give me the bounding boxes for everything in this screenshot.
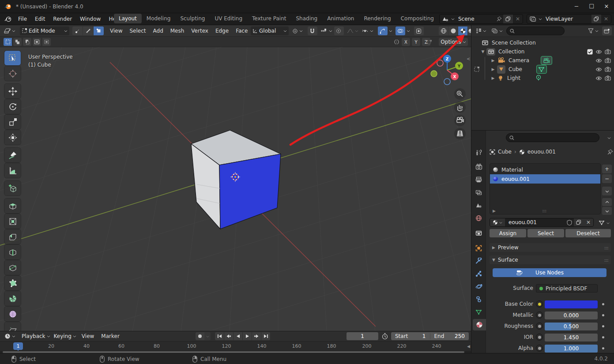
material-slot-row[interactable]: Material [490,165,600,174]
alpha-slider[interactable]: 1.000 [545,345,598,353]
tab-uv-editing[interactable]: UV Editing [210,14,247,23]
proportional-falloff-dropdown[interactable] [345,26,360,35]
snap-target-dropdown[interactable] [319,26,334,35]
animate-dot[interactable] [602,336,604,338]
previous-keyframe-button[interactable] [224,332,233,340]
tool-loop-cut[interactable] [4,245,21,259]
properties-options-button[interactable] [606,133,613,142]
timeline-ruler[interactable]: 20 40 60 80 100 120 140 160 180 200 220 … [0,341,471,351]
play-button[interactable] [243,332,252,340]
xray-toggle-button[interactable] [414,26,424,35]
slot-specials-button[interactable] [602,187,612,195]
sidebar-collapse-arrow[interactable]: < [467,56,470,61]
add-slot-button[interactable]: + [602,165,612,173]
unlink-material-button[interactable]: ✕ [584,218,593,226]
specials-filter-button[interactable] [597,218,611,227]
close-button[interactable]: ✕ [599,0,614,13]
expand-triangle-icon[interactable]: ▶ [490,76,496,80]
end-frame-field[interactable]: End250 [430,333,469,339]
select-button[interactable]: Select [527,229,564,237]
menu-vertex[interactable]: Vertex [188,25,212,37]
options-dropdown[interactable]: Options [439,38,468,46]
timeline-marker-menu[interactable]: Marker [98,331,123,341]
menu-window[interactable]: Window [76,14,105,24]
tab-collection-icon[interactable] [471,227,486,239]
jump-to-start-button[interactable] [215,332,224,340]
tab-texture-paint[interactable]: Texture Paint [247,14,291,23]
panel-grip[interactable]: :::: [604,245,608,250]
wireframe-shading-button[interactable] [439,26,448,35]
tab-scene-icon[interactable] [471,199,486,211]
view-layer-selector[interactable]: ViewLayer ✕ [527,14,611,24]
app-menu-icon[interactable] [4,16,11,22]
surface-shader-button[interactable]: Principled BSDF [536,284,598,293]
tool-spin[interactable] [4,291,21,306]
keying-menu[interactable]: Keying [52,332,78,341]
tab-world-icon[interactable] [471,212,486,224]
auto-key-record-button[interactable] [196,332,204,340]
solid-shading-button[interactable] [448,26,458,35]
select-extend-button[interactable] [13,38,22,46]
tab-view-layer-icon[interactable] [471,187,486,198]
mirror-y-button[interactable]: Y [412,38,420,46]
camera-label[interactable]: Camera [509,57,529,64]
new-scene-icon[interactable] [503,14,513,24]
selected-face[interactable] [219,154,281,229]
show-gizmo-dropdown[interactable] [360,26,375,35]
alpha-socket[interactable] [536,345,543,352]
expand-triangle-icon[interactable]: ▶ [490,58,496,63]
metallic-slider[interactable]: 0.000 [545,311,598,319]
menu-edge[interactable]: Edge [212,25,232,37]
material-preview-shading-button[interactable] [458,26,467,35]
breadcrumb-object[interactable]: Cube [498,149,512,155]
breadcrumb-material[interactable]: eouou.001 [527,149,556,155]
assign-button[interactable]: Assign [490,229,526,237]
maximize-button[interactable]: ☐ [584,0,599,13]
slot-name[interactable]: eouou.001 [501,176,530,182]
pivot-point-dropdown[interactable] [290,26,305,35]
remove-slot-button[interactable]: − [602,174,612,183]
current-frame-indicator[interactable]: 1 [13,342,23,350]
new-view-layer-icon[interactable] [591,14,601,24]
tool-annotate[interactable] [4,148,21,162]
pan-button[interactable] [454,101,466,113]
timeline-editor-type-button[interactable] [3,332,17,341]
tab-rendering[interactable]: Rendering [359,14,396,23]
tool-scale[interactable] [4,115,21,129]
tool-smooth[interactable] [4,307,21,321]
mirror-x-button[interactable]: X [402,38,410,46]
outliner-row-scene-collection[interactable]: Scene Collection [471,38,614,47]
disable-render-camera-icon[interactable] [605,67,611,72]
new-collection-button[interactable] [602,26,612,35]
tab-modifiers-icon[interactable] [471,255,486,266]
browse-material-button[interactable] [490,218,505,226]
tool-measure[interactable] [4,163,21,178]
mode-dropdown[interactable]: Edit Mode [20,26,69,35]
tab-tool-icon[interactable] [471,146,486,158]
tool-knife[interactable] [4,260,21,275]
editor-type-button[interactable] [2,26,17,35]
camera-view-button[interactable] [454,115,466,126]
menu-view[interactable]: View [106,25,126,37]
outliner-filter-button[interactable] [586,26,600,35]
3d-viewport[interactable]: Z Y X < Edit Mode [0,25,471,331]
scene-name[interactable]: Scene [455,16,495,22]
timeline-view-menu[interactable]: View [78,331,98,341]
tool-rotate[interactable] [4,99,21,114]
tab-particles-icon[interactable] [471,268,486,279]
tool-transform[interactable] [4,130,21,145]
ior-socket[interactable] [536,334,543,341]
properties-search-input[interactable] [516,135,596,141]
edge-select-button[interactable] [83,26,93,35]
next-keyframe-button[interactable] [252,332,261,340]
pin-icon[interactable] [607,149,613,155]
roughness-socket[interactable] [536,323,543,330]
zoom-button[interactable] [454,88,466,100]
copy-material-button[interactable] [574,218,584,226]
select-invert-button[interactable] [33,38,41,46]
keying-set-dropdown[interactable] [204,332,211,340]
expand-triangle-icon[interactable]: ▶ [490,67,496,71]
tab-render-icon[interactable] [471,161,486,173]
tab-output-icon[interactable] [471,174,486,185]
hide-eye-icon[interactable] [595,76,602,81]
